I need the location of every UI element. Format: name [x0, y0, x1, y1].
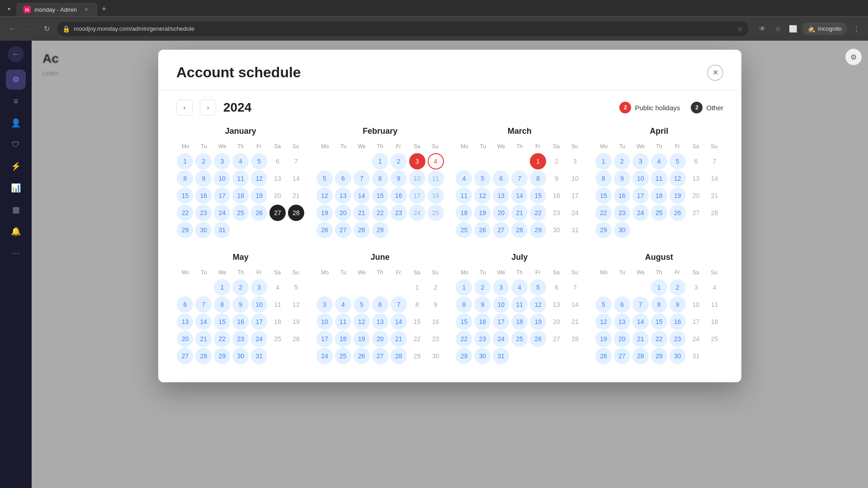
day-cell[interactable]: 9 — [232, 296, 249, 313]
day-cell[interactable]: 10 — [493, 296, 509, 313]
day-cell[interactable]: 9 — [474, 296, 491, 313]
day-cell[interactable]: 10 — [567, 170, 583, 187]
day-cell[interactable]: 6 — [614, 296, 630, 313]
day-cell[interactable]: 7 — [707, 153, 723, 169]
day-cell[interactable]: 6 — [335, 170, 351, 187]
day-cell[interactable]: 3 — [409, 153, 425, 169]
settings-icon-btn[interactable]: ⚙ — [845, 49, 862, 65]
day-cell[interactable]: 1 — [530, 153, 546, 169]
next-year-button[interactable]: › — [200, 99, 216, 116]
day-cell[interactable]: 17 — [567, 188, 583, 204]
day-cell[interactable]: 8 — [409, 296, 425, 313]
day-cell[interactable]: 10 — [409, 170, 425, 187]
day-cell[interactable]: 20 — [493, 205, 509, 221]
day-cell[interactable]: 16 — [614, 188, 630, 204]
day-cell[interactable]: 21 — [511, 205, 528, 221]
day-cell[interactable]: 5 — [354, 296, 370, 313]
day-cell[interactable]: 12 — [354, 314, 370, 330]
day-cell[interactable]: 17 — [632, 188, 649, 204]
day-cell[interactable]: 16 — [548, 188, 565, 204]
day-cell[interactable]: 1 — [595, 153, 612, 169]
day-cell[interactable]: 28 — [288, 205, 304, 221]
day-cell[interactable]: 7 — [567, 279, 583, 296]
day-cell[interactable]: 20 — [269, 188, 286, 204]
day-cell[interactable]: 2 — [195, 153, 212, 169]
day-cell[interactable]: 26 — [288, 331, 304, 347]
day-cell[interactable]: 22 — [409, 331, 425, 347]
day-cell[interactable]: 12 — [474, 188, 491, 204]
day-cell[interactable]: 11 — [707, 296, 723, 313]
day-cell[interactable]: 14 — [707, 170, 723, 187]
day-cell[interactable]: 22 — [456, 331, 472, 347]
day-cell[interactable]: 1 — [651, 279, 667, 296]
day-cell[interactable]: 28 — [707, 205, 723, 221]
day-cell[interactable]: 17 — [688, 314, 704, 330]
day-cell[interactable]: 24 — [567, 205, 583, 221]
day-cell[interactable]: 25 — [511, 331, 528, 347]
day-cell[interactable]: 2 — [428, 279, 444, 296]
day-cell[interactable]: 27 — [548, 331, 565, 347]
day-cell[interactable]: 2 — [548, 153, 565, 169]
star-icon[interactable]: ☆ — [737, 25, 743, 33]
day-cell[interactable]: 17 — [493, 314, 509, 330]
day-cell[interactable]: 29 — [651, 348, 667, 364]
day-cell[interactable]: 19 — [288, 314, 304, 330]
day-cell[interactable]: 16 — [391, 188, 407, 204]
day-cell[interactable]: 17 — [316, 331, 333, 347]
day-cell[interactable]: 15 — [456, 314, 472, 330]
day-cell[interactable]: 3 — [688, 279, 704, 296]
day-cell[interactable]: 24 — [688, 331, 704, 347]
day-cell[interactable]: 17 — [214, 188, 230, 204]
day-cell[interactable]: 20 — [177, 331, 193, 347]
day-cell[interactable]: 18 — [232, 188, 249, 204]
day-cell[interactable]: 11 — [651, 170, 667, 187]
day-cell[interactable]: 6 — [269, 153, 286, 169]
day-cell[interactable]: 27 — [493, 222, 509, 238]
day-cell[interactable]: 11 — [269, 296, 286, 313]
menu-button[interactable]: ⋮ — [850, 23, 863, 35]
day-cell[interactable]: 23 — [428, 331, 444, 347]
day-cell[interactable]: 20 — [335, 205, 351, 221]
day-cell[interactable]: 23 — [614, 205, 630, 221]
day-cell[interactable]: 14 — [391, 314, 407, 330]
day-cell[interactable]: 31 — [567, 222, 583, 238]
day-cell[interactable]: 16 — [670, 314, 686, 330]
day-cell[interactable]: 14 — [288, 170, 304, 187]
day-cell[interactable]: 21 — [391, 331, 407, 347]
day-cell[interactable]: 23 — [232, 331, 249, 347]
modal-close-button[interactable]: ✕ — [707, 65, 723, 81]
day-cell[interactable]: 19 — [474, 205, 491, 221]
day-cell[interactable]: 8 — [214, 296, 230, 313]
back-button[interactable]: ← — [5, 22, 19, 36]
day-cell[interactable]: 6 — [548, 279, 565, 296]
day-cell[interactable]: 3 — [316, 296, 333, 313]
day-cell[interactable]: 15 — [177, 188, 193, 204]
day-cell[interactable]: 28 — [567, 331, 583, 347]
day-cell[interactable]: 26 — [474, 222, 491, 238]
day-cell[interactable]: 16 — [195, 188, 212, 204]
day-cell[interactable]: 27 — [335, 222, 351, 238]
sidebar-item-menu[interactable]: ≡ — [6, 91, 26, 111]
day-cell[interactable]: 31 — [688, 348, 704, 364]
day-cell[interactable]: 24 — [409, 205, 425, 221]
day-cell[interactable]: 16 — [232, 314, 249, 330]
day-cell[interactable]: 18 — [651, 188, 667, 204]
day-cell[interactable]: 7 — [511, 170, 528, 187]
day-cell[interactable]: 7 — [391, 296, 407, 313]
day-cell[interactable]: 2 — [670, 279, 686, 296]
day-cell[interactable]: 2 — [391, 153, 407, 169]
day-cell[interactable]: 1 — [372, 153, 388, 169]
day-cell[interactable]: 11 — [335, 314, 351, 330]
day-cell[interactable]: 25 — [707, 331, 723, 347]
day-cell[interactable]: 28 — [391, 348, 407, 364]
day-cell[interactable]: 13 — [614, 314, 630, 330]
day-cell[interactable]: 4 — [232, 153, 249, 169]
day-cell[interactable]: 10 — [316, 314, 333, 330]
day-cell[interactable]: 29 — [177, 222, 193, 238]
day-cell[interactable]: 5 — [288, 279, 304, 296]
day-cell[interactable]: 22 — [214, 331, 230, 347]
day-cell[interactable]: 11 — [456, 188, 472, 204]
day-cell[interactable]: 26 — [595, 348, 612, 364]
day-cell[interactable]: 23 — [474, 331, 491, 347]
day-cell[interactable]: 7 — [632, 296, 649, 313]
